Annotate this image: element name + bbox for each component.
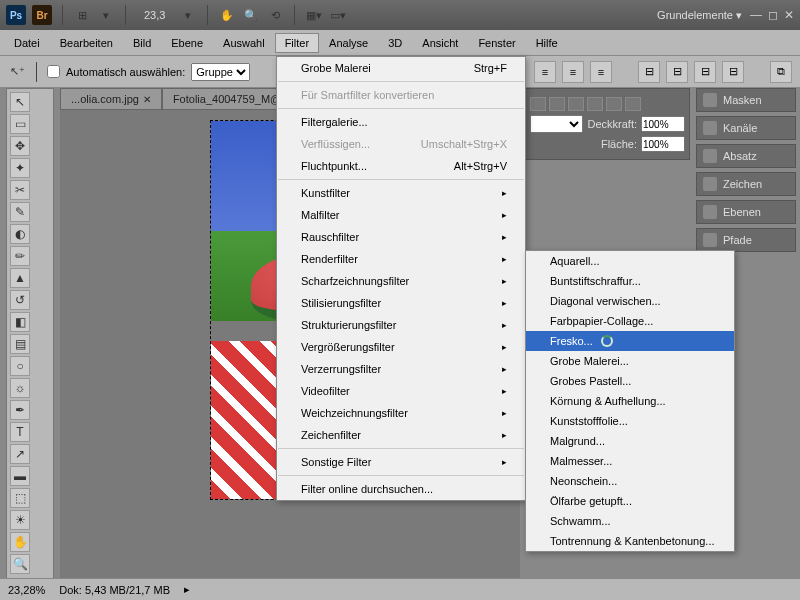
filter-category[interactable]: Rauschfilter [277, 226, 525, 248]
align-left-icon[interactable]: ≡ [534, 61, 556, 83]
filter-category[interactable]: Videofilter [277, 380, 525, 402]
submenu-item[interactable]: Diagonal verwischen... [526, 291, 734, 311]
tool-blur[interactable]: ○ [10, 356, 30, 376]
filter-category[interactable]: Renderfilter [277, 248, 525, 270]
tab-close-icon[interactable]: ✕ [143, 94, 151, 105]
submenu-item[interactable]: Schwamm... [526, 511, 734, 531]
filter-category[interactable]: Vergrößerungsfilter [277, 336, 525, 358]
panel-pfade[interactable]: Pfade [696, 228, 796, 252]
status-arrow-icon[interactable]: ▸ [184, 583, 190, 596]
filter-category[interactable]: Stilisierungsfilter [277, 292, 525, 314]
submenu-item[interactable]: Buntstiftschraffur... [526, 271, 734, 291]
submenu-item[interactable]: Körnung & Aufhellung... [526, 391, 734, 411]
submenu-item[interactable]: Grobe Malerei... [526, 351, 734, 371]
filter-category[interactable]: Weichzeichnungsfilter [277, 402, 525, 424]
menu-auswahl[interactable]: Auswahl [213, 33, 275, 53]
distribute-4-icon[interactable]: ⊟ [722, 61, 744, 83]
tool-type[interactable]: T [10, 422, 30, 442]
menu-analyse[interactable]: Analyse [319, 33, 378, 53]
menu-fenster[interactable]: Fenster [468, 33, 525, 53]
rotate-view-icon[interactable]: ⟲ [266, 6, 284, 24]
menu-filter[interactable]: Filter [275, 33, 319, 53]
submenu-item[interactable]: Farbpapier-Collage... [526, 311, 734, 331]
tool-lasso[interactable]: ✥ [10, 136, 30, 156]
tool-dodge[interactable]: ☼ [10, 378, 30, 398]
tool-wand[interactable]: ✦ [10, 158, 30, 178]
panel-icon[interactable] [587, 97, 603, 111]
panel-icon[interactable] [625, 97, 641, 111]
tool-shape[interactable]: ▬ [10, 466, 30, 486]
submenu-item[interactable]: Grobes Pastell... [526, 371, 734, 391]
panel-kanaele[interactable]: Kanäle [696, 116, 796, 140]
zoom-tool-icon[interactable]: 🔍 [242, 6, 260, 24]
eyedropper-icon[interactable]: ⊞ [73, 6, 91, 24]
submenu-item[interactable]: Malgrund... [526, 431, 734, 451]
tool-path[interactable]: ↗ [10, 444, 30, 464]
tool-3d-camera[interactable]: ☀ [10, 510, 30, 530]
close-icon[interactable]: ✕ [784, 8, 794, 22]
filter-vanishing-point[interactable]: Fluchtpunkt...Alt+Strg+V [277, 155, 525, 177]
blend-mode-select[interactable] [530, 115, 583, 133]
submenu-item[interactable]: Fresko... [526, 331, 734, 351]
tool-gradient[interactable]: ▤ [10, 334, 30, 354]
tool-heal[interactable]: ◐ [10, 224, 30, 244]
panel-masken[interactable]: Masken [696, 88, 796, 112]
filter-gallery[interactable]: Filtergalerie... [277, 111, 525, 133]
menu-hilfe[interactable]: Hilfe [526, 33, 568, 53]
tab-0[interactable]: ...olia.com.jpg✕ [60, 88, 162, 110]
filter-category[interactable]: Verzerrungsfilter [277, 358, 525, 380]
tool-eyedropper[interactable]: ✎ [10, 202, 30, 222]
tool-crop[interactable]: ✂ [10, 180, 30, 200]
menu-bearbeiten[interactable]: Bearbeiten [50, 33, 123, 53]
menu-ebene[interactable]: Ebene [161, 33, 213, 53]
hand-tool-icon[interactable]: ✋ [218, 6, 236, 24]
menu-bild[interactable]: Bild [123, 33, 161, 53]
filter-last[interactable]: Grobe MalereiStrg+F [277, 57, 525, 79]
submenu-item[interactable]: Kunststofffolie... [526, 411, 734, 431]
tool-brush[interactable]: ✏ [10, 246, 30, 266]
filter-browse-online[interactable]: Filter online durchsuchen... [277, 478, 525, 500]
auto-select-checkbox[interactable] [47, 65, 60, 78]
tool-hand[interactable]: ✋ [10, 532, 30, 552]
panel-zeichen[interactable]: Zeichen [696, 172, 796, 196]
panel-icon[interactable] [549, 97, 565, 111]
tool-eraser[interactable]: ◧ [10, 312, 30, 332]
auto-align-icon[interactable]: ⧉ [770, 61, 792, 83]
maximize-icon[interactable]: ◻ [768, 8, 778, 22]
history-icon[interactable]: ▾ [97, 6, 115, 24]
opacity-input[interactable] [641, 116, 685, 132]
menu-3d[interactable]: 3D [378, 33, 412, 53]
filter-category[interactable]: Zeichenfilter [277, 424, 525, 446]
zoom-dropdown-icon[interactable]: ▾ [179, 6, 197, 24]
submenu-item[interactable]: Neonschein... [526, 471, 734, 491]
distribute-1-icon[interactable]: ⊟ [638, 61, 660, 83]
workspace-switcher[interactable]: Grundelemente ▾ [657, 9, 742, 22]
submenu-item[interactable]: Malmesser... [526, 451, 734, 471]
filter-category[interactable]: Sonstige Filter [277, 451, 525, 473]
submenu-item[interactable]: Tontrennung & Kantenbetonung... [526, 531, 734, 551]
menu-ansicht[interactable]: Ansicht [412, 33, 468, 53]
screen-mode-icon[interactable]: ▭▾ [329, 6, 347, 24]
tool-history-brush[interactable]: ↺ [10, 290, 30, 310]
fill-input[interactable] [641, 136, 685, 152]
tool-stamp[interactable]: ▲ [10, 268, 30, 288]
tool-pen[interactable]: ✒ [10, 400, 30, 420]
filter-category[interactable]: Strukturierungsfilter [277, 314, 525, 336]
align-center-icon[interactable]: ≡ [562, 61, 584, 83]
move-tool-preset-icon[interactable]: ↖⁺ [8, 63, 26, 81]
panel-absatz[interactable]: Absatz [696, 144, 796, 168]
panel-icon[interactable] [568, 97, 584, 111]
tool-move[interactable]: ↖ [10, 92, 30, 112]
panel-icon[interactable] [530, 97, 546, 111]
tool-marquee[interactable]: ▭ [10, 114, 30, 134]
panel-ebenen[interactable]: Ebenen [696, 200, 796, 224]
align-right-icon[interactable]: ≡ [590, 61, 612, 83]
status-zoom[interactable]: 23,28% [8, 584, 45, 596]
distribute-2-icon[interactable]: ⊟ [666, 61, 688, 83]
bridge-logo[interactable]: Br [32, 5, 52, 25]
auto-select-target[interactable]: Gruppe [191, 63, 250, 81]
menu-datei[interactable]: Datei [4, 33, 50, 53]
zoom-value[interactable]: 23,3 [136, 8, 173, 22]
tool-3d[interactable]: ⬚ [10, 488, 30, 508]
filter-category[interactable]: Malfilter [277, 204, 525, 226]
